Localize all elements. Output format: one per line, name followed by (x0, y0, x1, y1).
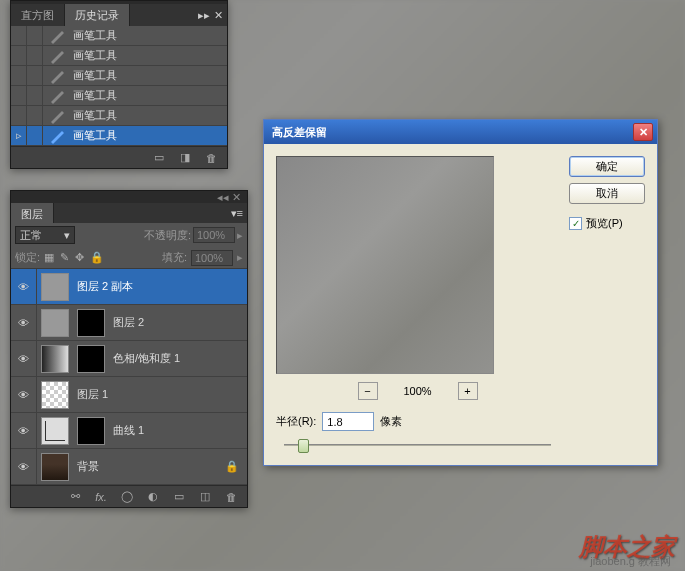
lock-row: 锁定: ▦ ✎ ✥ 🔒 填充: 100% ▸ (11, 247, 247, 269)
zoom-out-button[interactable]: − (358, 382, 378, 400)
layer-thumb[interactable] (41, 417, 69, 445)
visibility-toggle[interactable]: 👁 (11, 413, 37, 449)
layers-tabs: 图层 ▾≡ (11, 203, 247, 223)
visibility-toggle[interactable]: 👁 (11, 341, 37, 377)
history-item[interactable]: 画笔工具 (11, 66, 227, 86)
zoom-level: 100% (398, 385, 438, 397)
high-pass-dialog: 高反差保留 ✕ − 100% + 半径(R): 像素 确定 取消 (263, 119, 658, 466)
history-item[interactable]: 画笔工具 (11, 106, 227, 126)
blend-mode-select[interactable]: 正常▾ (15, 226, 75, 244)
brush-icon (49, 87, 67, 105)
layers-options-row: 正常▾ 不透明度: 100% ▸ (11, 223, 247, 247)
close-button[interactable]: ✕ (633, 123, 653, 141)
brush-icon (49, 107, 67, 125)
chevron-right-icon[interactable]: ▸ (237, 229, 243, 242)
layer-thumb[interactable] (41, 381, 69, 409)
watermark-url: jiaoben.g 教程网 (590, 554, 671, 569)
history-item[interactable]: 画笔工具 (11, 86, 227, 106)
layer-row[interactable]: 👁 图层 2 副本 (11, 269, 247, 305)
folder-icon[interactable]: ▭ (171, 490, 187, 504)
lock-transparency-icon[interactable]: ▦ (44, 251, 54, 264)
tab-layers[interactable]: 图层 (11, 203, 54, 223)
preview-image[interactable] (276, 156, 494, 374)
new-layer-icon[interactable]: ◫ (197, 490, 213, 504)
layer-row[interactable]: 👁 曲线 1 (11, 413, 247, 449)
layer-mask-thumb[interactable] (77, 345, 105, 373)
brush-icon (49, 127, 67, 145)
opacity-input[interactable]: 100% (193, 227, 235, 243)
lock-all-icon[interactable]: 🔒 (90, 251, 104, 264)
layer-mask-thumb[interactable] (77, 417, 105, 445)
chevron-down-icon: ▾ (64, 229, 70, 242)
dialog-title-bar[interactable]: 高反差保留 ✕ (264, 120, 657, 144)
visibility-toggle[interactable]: 👁 (11, 449, 37, 485)
visibility-toggle[interactable]: 👁 (11, 305, 37, 341)
zoom-controls: − 100% + (276, 382, 559, 400)
lock-position-icon[interactable]: ✥ (75, 251, 84, 264)
zoom-in-button[interactable]: + (458, 382, 478, 400)
preview-label: 预览(P) (586, 216, 623, 231)
adjustment-icon[interactable]: ◐ (145, 490, 161, 504)
visibility-toggle[interactable]: 👁 (11, 377, 37, 413)
history-item[interactable]: ▹ 画笔工具 (11, 126, 227, 146)
brush-icon (49, 47, 67, 65)
cancel-button[interactable]: 取消 (569, 183, 645, 204)
panel-menu[interactable]: ▾≡ (231, 203, 247, 223)
collapse-icon[interactable]: ◂◂ ✕ (217, 191, 241, 204)
ok-button[interactable]: 确定 (569, 156, 645, 177)
mask-icon[interactable]: ◯ (119, 490, 135, 504)
layer-thumb[interactable] (41, 309, 69, 337)
tab-histogram[interactable]: 直方图 (11, 4, 65, 26)
new-document-icon[interactable]: ▭ (151, 151, 167, 165)
layer-row[interactable]: 👁 图层 1 (11, 377, 247, 413)
lock-paint-icon[interactable]: ✎ (60, 251, 69, 264)
layer-thumb[interactable] (41, 453, 69, 481)
snapshot-icon[interactable]: ◨ (177, 151, 193, 165)
dialog-body: − 100% + 半径(R): 像素 确定 取消 ✓ 预览(P) (264, 144, 657, 465)
panel-menu[interactable]: ▸▸ ✕ (198, 4, 227, 26)
tab-history[interactable]: 历史记录 (65, 4, 130, 26)
visibility-toggle[interactable]: 👁 (11, 269, 37, 305)
radius-label: 半径(R): (276, 414, 316, 429)
fill-input[interactable]: 100% (191, 250, 233, 266)
layer-thumb[interactable] (41, 273, 69, 301)
brush-icon (49, 67, 67, 85)
opacity-label: 不透明度: (144, 228, 191, 243)
layer-list: 👁 图层 2 副本 👁 图层 2 👁 色相/饱和度 1 👁 图层 1 👁 曲线 … (11, 269, 247, 485)
radius-unit: 像素 (380, 414, 402, 429)
layer-thumb[interactable] (41, 345, 69, 373)
panel-grip[interactable]: ◂◂ ✕ (11, 191, 247, 203)
history-panel: 直方图 历史记录 ▸▸ ✕ 画笔工具 画笔工具 画笔工具 画笔工具 (10, 0, 228, 169)
chevron-right-icon[interactable]: ▸ (237, 251, 243, 264)
fill-label: 填充: (162, 250, 187, 265)
preview-checkbox[interactable]: ✓ (569, 217, 582, 230)
layers-panel: ◂◂ ✕ 图层 ▾≡ 正常▾ 不透明度: 100% ▸ 锁定: ▦ ✎ ✥ 🔒 … (10, 190, 248, 508)
collapse-icon[interactable]: ▸▸ (198, 9, 210, 22)
history-item[interactable]: 画笔工具 (11, 26, 227, 46)
layer-row[interactable]: 👁 图层 2 (11, 305, 247, 341)
history-item[interactable]: 画笔工具 (11, 46, 227, 66)
dialog-title: 高反差保留 (272, 125, 327, 140)
layers-footer: ⚯ fx. ◯ ◐ ▭ ◫ 🗑 (11, 485, 247, 507)
preview-checkbox-row[interactable]: ✓ 预览(P) (569, 216, 645, 231)
slider-thumb[interactable] (298, 439, 309, 453)
history-list: 画笔工具 画笔工具 画笔工具 画笔工具 画笔工具 ▹ 画笔工具 (11, 26, 227, 146)
link-icon[interactable]: ⚯ (67, 490, 83, 504)
history-tabs: 直方图 历史记录 ▸▸ ✕ (11, 4, 227, 26)
brush-icon (49, 27, 67, 45)
close-icon[interactable]: ✕ (214, 9, 223, 22)
history-footer: ▭ ◨ 🗑 (11, 146, 227, 168)
trash-icon[interactable]: 🗑 (203, 151, 219, 165)
layer-mask-thumb[interactable] (77, 309, 105, 337)
radius-row: 半径(R): 像素 (276, 412, 559, 431)
trash-icon[interactable]: 🗑 (223, 490, 239, 504)
layer-row[interactable]: 👁 背景 🔒 (11, 449, 247, 485)
radius-input[interactable] (322, 412, 374, 431)
lock-icon: 🔒 (225, 460, 239, 473)
fx-icon[interactable]: fx. (93, 490, 109, 504)
layer-row[interactable]: 👁 色相/饱和度 1 (11, 341, 247, 377)
radius-slider[interactable] (276, 437, 559, 453)
lock-icons: ▦ ✎ ✥ 🔒 (44, 251, 104, 264)
